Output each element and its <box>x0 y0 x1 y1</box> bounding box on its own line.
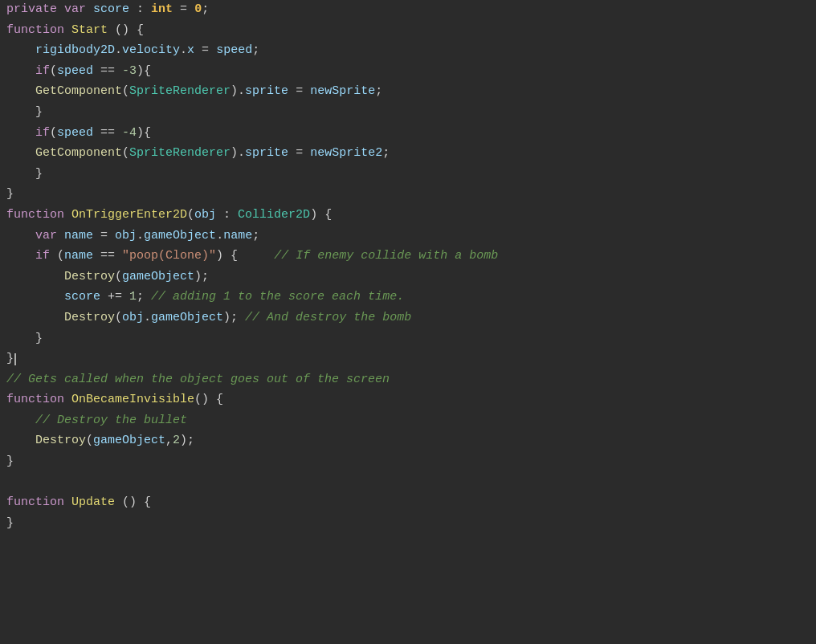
token-plain: ) { <box>216 249 274 263</box>
code-line: } <box>0 165 816 185</box>
token-var-name: obj <box>115 229 137 243</box>
token-plain: ); <box>180 434 194 447</box>
token-plain: ; <box>252 229 259 243</box>
token-method: Destroy <box>35 434 86 447</box>
code-content: if(speed == -3){ <box>6 62 816 81</box>
token-string-lit: "poop(Clone)" <box>122 249 216 263</box>
code-line: } <box>0 329 816 350</box>
token-plain <box>57 2 64 16</box>
token-plain: ( <box>50 64 57 78</box>
code-content: } <box>6 514 816 533</box>
code-content: } <box>6 349 816 369</box>
code-line: // Destroy the bullet <box>0 411 816 432</box>
token-plain <box>6 249 35 263</box>
token-plain: . <box>216 229 223 243</box>
token-plain <box>6 229 35 243</box>
code-line: function OnBecameInvisible() { <box>0 390 816 411</box>
code-line: function Update () { <box>0 493 816 514</box>
token-plain: ( <box>187 208 194 222</box>
token-plain <box>6 43 35 57</box>
token-plain: = <box>194 43 216 57</box>
token-plain <box>57 229 64 243</box>
token-number-lit: 1 <box>129 290 137 304</box>
code-line: Destroy(obj.gameObject); // And destroy … <box>0 308 816 329</box>
token-fn-name: Start <box>71 23 108 37</box>
token-plain: } <box>6 516 14 530</box>
token-plain <box>6 311 64 324</box>
token-plain: () { <box>194 393 223 406</box>
token-plain: ( <box>86 434 93 447</box>
token-method: Destroy <box>64 311 115 324</box>
token-class-name: Collider2D <box>238 208 310 222</box>
token-kw-int: int <box>151 2 173 16</box>
token-plain: () { <box>108 23 144 37</box>
token-var-name: name <box>64 229 93 243</box>
token-var-name: sprite <box>245 84 288 98</box>
token-plain: = <box>93 229 115 243</box>
token-plain: : <box>216 208 238 222</box>
token-plain <box>6 434 35 447</box>
code-content: } <box>6 103 816 122</box>
token-method: Destroy <box>64 270 115 283</box>
token-plain: , <box>165 434 173 447</box>
token-var-name: name <box>64 249 93 263</box>
code-line <box>0 473 816 494</box>
token-plain <box>6 290 64 304</box>
token-kw-function: function <box>6 393 64 406</box>
code-line: function Start () { <box>0 21 816 42</box>
code-line: if (name == "poop(Clone)") { // If enemy… <box>0 247 816 267</box>
code-content: function Start () { <box>6 21 816 40</box>
code-editor: private var score : int = 0;function Sta… <box>0 0 816 644</box>
token-number-lit: -4 <box>122 126 137 140</box>
code-content: } <box>6 185 816 204</box>
code-line: } <box>0 185 816 206</box>
token-comment: // Gets called when the object goes out … <box>6 373 390 386</box>
token-number-lit: 2 <box>173 434 180 447</box>
token-plain <box>6 84 35 98</box>
token-plain: == <box>93 249 122 263</box>
token-plain: . <box>180 43 187 57</box>
token-fn-name: OnTriggerEnter2D <box>71 208 187 222</box>
token-kw-function: function <box>6 495 64 509</box>
token-plain: += <box>100 290 129 304</box>
token-kw-if: if <box>35 126 50 140</box>
token-var-name: speed <box>216 43 252 57</box>
token-plain: ( <box>122 84 129 98</box>
token-kw-var: var <box>35 229 57 243</box>
code-content: function Update () { <box>6 493 816 512</box>
token-plain: } <box>6 454 14 468</box>
code-content: GetComponent(SpriteRenderer).sprite = ne… <box>6 82 816 101</box>
token-plain: = <box>173 2 194 16</box>
token-plain: = <box>288 84 310 98</box>
code-content: Destroy(gameObject); <box>6 267 816 287</box>
code-line: var name = obj.gameObject.name; <box>0 226 816 247</box>
code-content: var name = obj.gameObject.name; <box>6 226 816 246</box>
token-kw-if: if <box>35 64 50 78</box>
token-var-name: x <box>187 43 194 57</box>
token-plain <box>6 414 35 427</box>
token-var-name: gameObject <box>144 229 216 243</box>
token-plain: } <box>6 352 14 365</box>
code-content: rigidbody2D.velocity.x = speed; <box>6 41 816 60</box>
token-kw-if: if <box>35 249 50 263</box>
token-plain <box>64 495 71 509</box>
token-plain: () { <box>115 495 151 509</box>
token-var-name: velocity <box>122 43 180 57</box>
token-plain <box>6 126 35 140</box>
code-content: } <box>6 452 816 471</box>
token-plain: == <box>93 126 122 140</box>
token-plain: ( <box>50 126 57 140</box>
token-plain: ( <box>50 249 64 263</box>
token-var-name: gameObject <box>122 270 194 283</box>
code-line: Destroy(gameObject); <box>0 267 816 288</box>
token-plain: . <box>137 229 144 243</box>
token-number-lit: -3 <box>122 64 137 78</box>
token-var-name: speed <box>57 126 93 140</box>
code-content: function OnTriggerEnter2D(obj : Collider… <box>6 206 816 225</box>
token-plain: = <box>288 146 310 160</box>
token-plain: . <box>115 43 122 57</box>
code-content: GetComponent(SpriteRenderer).sprite = ne… <box>6 144 816 163</box>
code-line: } <box>0 103 816 124</box>
token-var-name: gameObject <box>93 434 165 447</box>
code-line: GetComponent(SpriteRenderer).sprite = ne… <box>0 82 816 103</box>
